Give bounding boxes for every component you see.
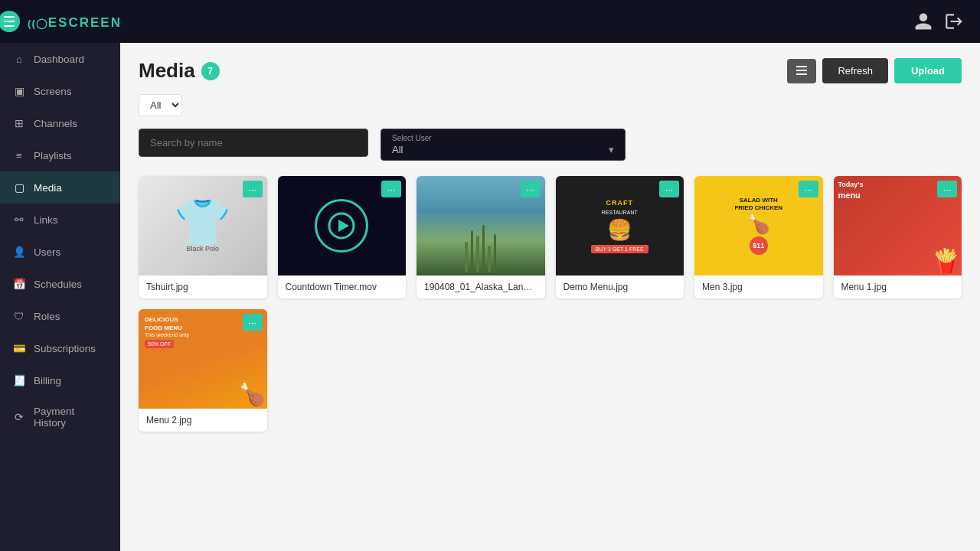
search-input-wrap — [139, 129, 368, 161]
media-more-btn-6[interactable]: ··· — [937, 181, 957, 197]
billing-icon: 🧾 — [12, 373, 26, 387]
media-thumb-6: Today'smenu 🍟 50% ··· — [834, 176, 962, 276]
sidebar-item-payment-history[interactable]: ⟳ Payment History — [0, 396, 120, 438]
filter-select[interactable]: All — [139, 94, 182, 116]
sidebar-item-label: Roles — [34, 311, 60, 322]
svg-rect-0 — [796, 66, 807, 67]
sidebar-item-schedules[interactable]: 📅 Schedules — [0, 268, 120, 300]
main-area: Media 7 Refresh Upload All Select — [120, 0, 980, 551]
content-area: Media 7 Refresh Upload All Select — [120, 43, 980, 551]
history-icon: ⟳ — [12, 410, 26, 424]
header-actions: Refresh Upload — [787, 58, 962, 83]
media-card-1[interactable]: 👕 Black Polo ··· Tshuirt.jpg — [139, 176, 267, 298]
sidebar-nav: ⌂ Dashboard ▣ Screens ⊞ Channels ≡ Playl… — [0, 43, 120, 438]
media-more-btn-7[interactable]: ··· — [243, 314, 263, 331]
sidebar-item-label: Links — [34, 214, 58, 226]
media-thumb-3: ··· — [416, 176, 545, 276]
media-name-6: Menu 1.jpg — [834, 276, 962, 298]
svg-rect-2 — [796, 73, 807, 75]
users-icon: 👤 — [12, 245, 26, 259]
media-count-badge: 7 — [201, 62, 220, 80]
media-thumb-1: 👕 Black Polo ··· — [139, 176, 267, 276]
media-thumb-4: CRAFT RESTAURANT 🍔 BUY 1 GET 1 FREE ··· — [556, 176, 684, 276]
media-more-btn-1[interactable]: ··· — [243, 181, 263, 197]
media-name-5: Men 3.jpg — [694, 276, 823, 298]
sidebar-item-label: Media — [34, 182, 62, 194]
sidebar-item-label: Schedules — [34, 279, 82, 290]
media-card-7[interactable]: DeliciousFood Menu This weekend only 50%… — [139, 309, 267, 432]
app-logo: ((◯ESCREEN — [28, 13, 122, 31]
sidebar-item-subscriptions[interactable]: 💳 Subscriptions — [0, 332, 120, 364]
media-thumb-5: SALAD WITHFRIED CHICKEN 🍗 $11 ··· — [694, 176, 823, 276]
upload-button[interactable]: Upload — [894, 58, 962, 83]
sidebar-item-billing[interactable]: 🧾 Billing — [0, 364, 120, 396]
sidebar-item-label: Screens — [34, 86, 72, 97]
svg-marker-4 — [338, 220, 349, 232]
sidebar-item-users[interactable]: 👤 Users — [0, 236, 120, 268]
media-card-5[interactable]: SALAD WITHFRIED CHICKEN 🍗 $11 ··· Men 3.… — [694, 176, 823, 298]
countdown-circle — [315, 199, 368, 253]
sidebar-item-label: Channels — [34, 118, 77, 129]
user-select-value: All ▾ — [392, 144, 614, 155]
subscriptions-icon: 💳 — [12, 341, 26, 355]
media-more-btn-2[interactable]: ··· — [381, 181, 401, 197]
media-icon: ▢ — [12, 181, 26, 194]
links-icon: ⚯ — [12, 213, 26, 227]
sidebar-item-label: Dashboard — [34, 54, 84, 65]
sidebar-item-label: Payment History — [34, 406, 108, 429]
media-name-2: Countdown Timer.mov — [278, 276, 407, 298]
sidebar-item-dashboard[interactable]: ⌂ Dashboard — [0, 43, 120, 75]
media-thumb-2: ··· — [278, 176, 407, 276]
svg-rect-1 — [796, 70, 807, 71]
media-more-btn-3[interactable]: ··· — [521, 181, 541, 197]
account-icon[interactable] — [913, 11, 934, 32]
page-title-group: Media 7 — [139, 59, 220, 83]
media-name-4: Demo Menu.jpg — [556, 276, 684, 298]
playlists-icon: ≡ — [12, 148, 26, 162]
media-grid: 👕 Black Polo ··· Tshuirt.jpg — [139, 176, 962, 432]
schedules-icon: 📅 — [12, 277, 26, 291]
media-thumb-7: DeliciousFood Menu This weekend only 50%… — [139, 309, 267, 409]
filter-row: All — [139, 94, 962, 116]
sidebar-item-label: Playlists — [34, 150, 72, 161]
sidebar-item-label: Users — [34, 246, 60, 258]
media-more-btn-5[interactable]: ··· — [799, 181, 818, 197]
refresh-button[interactable]: Refresh — [822, 58, 888, 83]
sidebar-item-media[interactable]: ▢ Media — [0, 171, 120, 204]
list-view-button[interactable] — [787, 59, 816, 83]
home-icon: ⌂ — [12, 52, 26, 66]
user-select-text: All — [392, 144, 403, 155]
media-card-6[interactable]: Today'smenu 🍟 50% ··· Menu 1.jpg — [834, 176, 962, 298]
media-more-btn-4[interactable]: ··· — [659, 181, 679, 197]
sidebar-item-label: Billing — [34, 375, 61, 386]
sidebar-item-screens[interactable]: ▣ Screens — [0, 75, 120, 107]
hamburger-icon[interactable] — [0, 11, 20, 32]
user-select-label: Select User — [392, 134, 614, 142]
chevron-down-icon: ▾ — [609, 144, 614, 155]
channels-icon: ⊞ — [12, 116, 26, 130]
media-name-7: Menu 2.jpg — [139, 409, 267, 432]
sidebar: ((◯ESCREEN ⌂ Dashboard ▣ Screens ⊞ Chann… — [0, 0, 120, 551]
sidebar-item-label: Subscriptions — [34, 343, 96, 354]
sidebar-header: ((◯ESCREEN — [0, 0, 120, 43]
media-card-4[interactable]: CRAFT RESTAURANT 🍔 BUY 1 GET 1 FREE ··· … — [556, 176, 684, 298]
media-name-1: Tshuirt.jpg — [139, 276, 267, 298]
logout-icon[interactable] — [943, 11, 965, 32]
sidebar-item-playlists[interactable]: ≡ Playlists — [0, 139, 120, 171]
media-name-3: 190408_01_Alaska_Landscape... — [416, 276, 545, 298]
page-title: Media — [139, 59, 195, 83]
topbar — [120, 0, 980, 43]
media-card-2[interactable]: ··· Countdown Timer.mov — [278, 176, 407, 298]
tv-icon: ▣ — [12, 84, 26, 98]
roles-icon: 🛡 — [12, 309, 26, 323]
search-row: Select User All ▾ — [139, 129, 962, 161]
sidebar-item-links[interactable]: ⚯ Links — [0, 204, 120, 236]
sidebar-item-roles[interactable]: 🛡 Roles — [0, 300, 120, 332]
user-select-wrap[interactable]: Select User All ▾ — [381, 129, 626, 161]
search-input[interactable] — [139, 129, 368, 157]
sidebar-item-channels[interactable]: ⊞ Channels — [0, 107, 120, 139]
content-header: Media 7 Refresh Upload — [139, 58, 962, 83]
media-card-3[interactable]: ··· 190408_01_Alaska_Landscape... — [416, 176, 545, 298]
